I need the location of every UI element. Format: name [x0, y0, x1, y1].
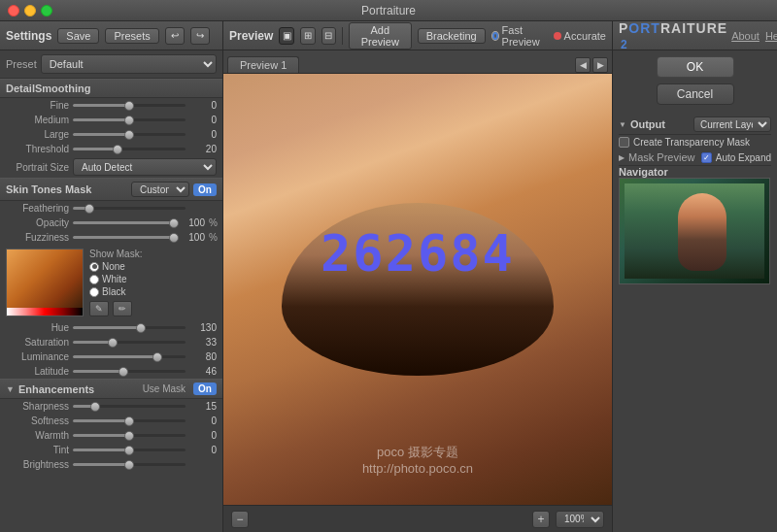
tint-track[interactable]: [73, 449, 186, 451]
enhancements-on-badge[interactable]: On: [193, 382, 217, 395]
color-gradient-box[interactable]: [6, 249, 84, 316]
output-row: ▼ Output Current Layer: [619, 115, 771, 135]
fine-track[interactable]: [73, 104, 186, 107]
radio-none-row[interactable]: None: [89, 261, 142, 272]
enhancements-title: Enhancements: [18, 383, 139, 395]
portrait-size-select[interactable]: Auto Detect: [73, 158, 217, 176]
threshold-slider-row: Threshold 20: [0, 142, 222, 156]
cancel-button[interactable]: Cancel: [657, 83, 734, 105]
brightness-track[interactable]: [73, 463, 186, 466]
tab-prev-button[interactable]: ◀: [575, 57, 591, 73]
opacity-percent: %: [209, 217, 217, 228]
watermark-line2: http://photo.poco.cn: [362, 461, 473, 476]
output-layer-select[interactable]: Current Layer: [693, 116, 771, 132]
presets-button[interactable]: Presets: [105, 28, 158, 44]
maximize-button[interactable]: [41, 5, 52, 17]
large-label: Large: [6, 129, 69, 140]
accurate-radio[interactable]: Accurate: [554, 30, 606, 42]
add-preview-button[interactable]: Add Preview: [349, 22, 412, 50]
skin-tones-preset-select[interactable]: Custom: [131, 182, 189, 197]
preview-toolbar: Preview ▣ ⊞ ⊟ Add Preview Bracketing Fas…: [223, 21, 612, 50]
feathering-track[interactable]: [73, 207, 186, 210]
opacity-track[interactable]: [73, 221, 174, 224]
sharpness-track[interactable]: [73, 405, 186, 408]
warmth-track[interactable]: [73, 434, 186, 437]
feathering-label: Feathering: [6, 203, 69, 214]
tint-label: Tint: [6, 445, 69, 455]
softness-label: Softness: [6, 416, 69, 426]
show-mask-panel: Show Mask: None White Black ✎: [89, 249, 142, 316]
preset-select[interactable]: Default: [41, 54, 217, 74]
enhancements-collapse-arrow[interactable]: ▼: [6, 384, 15, 394]
saturation-track[interactable]: [73, 341, 186, 344]
minimize-button[interactable]: [24, 5, 36, 17]
tab-next-button[interactable]: ▶: [592, 57, 608, 73]
zoom-select[interactable]: 100%: [556, 511, 604, 528]
transparency-checkbox[interactable]: [619, 137, 629, 148]
check-mark-icon: ✓: [703, 153, 710, 162]
portraiture-logo: PORTRAITURE 2: [619, 20, 727, 51]
medium-track[interactable]: [73, 118, 186, 121]
multi-view-button[interactable]: ⊟: [321, 27, 337, 45]
threshold-label: Threshold: [6, 144, 69, 154]
output-collapse-arrow[interactable]: ▼: [619, 120, 626, 129]
eyedropper-plus-button[interactable]: ✎: [89, 301, 109, 316]
hue-slider-row: Hue 130: [0, 320, 222, 335]
hue-label: Hue: [6, 322, 69, 333]
brightness-label: Brightness: [6, 459, 69, 470]
skin-tones-on-badge[interactable]: On: [193, 183, 217, 196]
radio-black-button[interactable]: [89, 287, 99, 297]
preview-label: Preview: [229, 29, 273, 43]
redo-button[interactable]: ↪: [190, 27, 210, 45]
fast-preview-radio[interactable]: Fast Preview: [491, 24, 548, 48]
radio-none-button[interactable]: [89, 262, 99, 272]
right-toolbar: PORTRAITURE 2 About Help: [613, 21, 777, 50]
preview-tab-1[interactable]: Preview 1: [227, 56, 299, 73]
use-mask-label: Use Mask: [143, 383, 186, 394]
about-link[interactable]: About: [731, 30, 760, 42]
saturation-slider-row: Saturation 33: [0, 335, 222, 349]
single-view-button[interactable]: ▣: [279, 27, 294, 45]
softness-track[interactable]: [73, 419, 186, 422]
navigator-thumbnail: [619, 178, 770, 284]
opacity-slider-row: Opacity 100 %: [0, 216, 222, 230]
close-button[interactable]: [8, 5, 19, 17]
image-area: 262684 poco 摄影专题 http://photo.poco.cn: [223, 74, 612, 505]
luminance-value: 80: [189, 351, 217, 362]
bracketing-button[interactable]: Bracketing: [418, 28, 486, 44]
brightness-slider-row: Brightness: [0, 457, 222, 472]
fast-preview-label: Fast Preview: [502, 24, 548, 48]
radio-black-row[interactable]: Black: [89, 286, 142, 297]
tint-value: 0: [189, 445, 217, 455]
main-layout: Settings Save Presets ↩ ↪ Preset Default…: [0, 21, 777, 532]
watermark: poco 摄影专题 http://photo.poco.cn: [362, 444, 473, 476]
split-view-button[interactable]: ⊞: [300, 27, 316, 45]
radio-white-row[interactable]: White: [89, 274, 142, 284]
large-track[interactable]: [73, 133, 186, 136]
undo-button[interactable]: ↩: [165, 27, 185, 45]
latitude-slider-row: Latitude 46: [0, 364, 222, 379]
eyedropper-minus-button[interactable]: ✏: [113, 301, 132, 316]
zoom-plus-button[interactable]: +: [532, 511, 550, 528]
right-toolbar-links: About Help: [731, 30, 777, 42]
fine-label: Fine: [6, 100, 69, 111]
hue-track[interactable]: [73, 326, 186, 329]
zoom-minus-button[interactable]: −: [231, 511, 249, 528]
medium-slider-row: Medium 0: [0, 113, 222, 127]
ok-button[interactable]: OK: [657, 56, 734, 78]
preview-content: Preview 1 ◀ ▶ 262684 poco 摄影专题 http://ph…: [223, 50, 612, 532]
transparency-label: Create Transparency Mask: [633, 137, 750, 148]
portrait-size-row: Portrait Size Auto Detect: [0, 156, 222, 178]
radio-white-button[interactable]: [89, 275, 99, 284]
auto-expand-checkbox[interactable]: ✓: [701, 152, 712, 163]
latitude-track[interactable]: [73, 370, 186, 373]
fast-preview-radio-button[interactable]: [491, 31, 499, 41]
threshold-track[interactable]: [73, 148, 186, 150]
luminance-track[interactable]: [73, 355, 186, 358]
mask-preview-collapse-arrow[interactable]: ▶: [619, 153, 625, 162]
fuzziness-slider-row: Fuzziness 100 %: [0, 230, 222, 245]
hue-value: 130: [189, 322, 217, 333]
fuzziness-track[interactable]: [73, 236, 174, 239]
save-button[interactable]: Save: [57, 28, 99, 44]
help-link[interactable]: Help: [765, 30, 777, 42]
